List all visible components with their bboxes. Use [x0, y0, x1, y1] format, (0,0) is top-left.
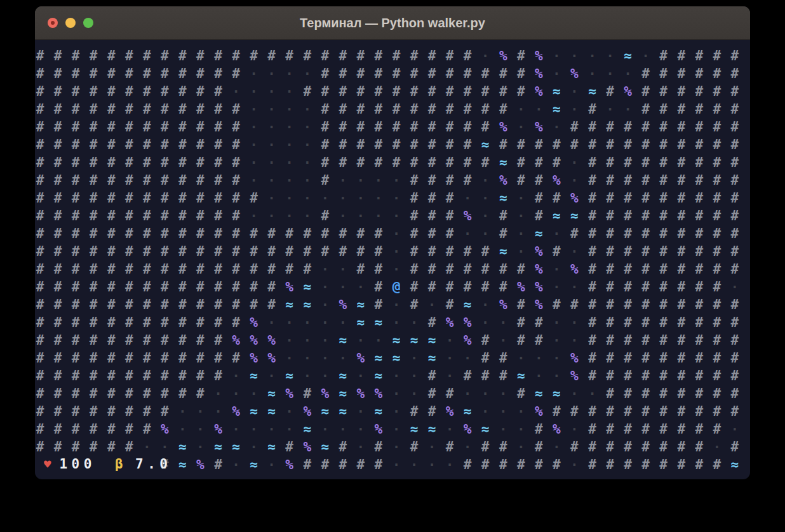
map-cell: #	[547, 402, 565, 420]
map-cell: %	[565, 189, 583, 207]
map-cell: .	[334, 204, 352, 222]
map-cell: #	[530, 189, 547, 207]
map-cell: #	[138, 331, 156, 349]
map-cell: #	[49, 136, 67, 154]
map-cell: #	[84, 385, 102, 402]
map-cell: .	[512, 346, 530, 364]
map-cell: #	[583, 189, 601, 207]
map-cell: #	[156, 154, 173, 171]
hp-value: 100	[59, 456, 95, 472]
map-cell: #	[49, 296, 67, 314]
map-cell: .	[459, 346, 476, 364]
map-cell: #	[405, 171, 423, 189]
map-cell: #	[35, 83, 49, 100]
map-cell: #	[726, 118, 744, 136]
map-cell: %	[263, 331, 281, 349]
map-cell: .	[299, 310, 316, 328]
map-cell: #	[156, 189, 173, 207]
map-cell: #	[334, 225, 352, 243]
map-cell: .	[245, 204, 263, 222]
map-cell: #	[227, 260, 245, 278]
map-cell: #	[35, 189, 49, 207]
map-cell: .	[387, 417, 405, 435]
map-cell: #	[156, 225, 173, 243]
map-cell: #	[637, 296, 655, 314]
map-cell: #	[726, 385, 744, 402]
map-cell: #	[67, 296, 84, 314]
map-cell: .	[352, 328, 370, 346]
map-cell: .	[370, 204, 387, 222]
map-cell: .	[512, 204, 530, 222]
map-cell: #	[441, 243, 459, 260]
map-cell: #	[441, 260, 459, 278]
map-cell: .	[565, 453, 583, 470]
map-cell: #	[102, 207, 120, 225]
map-cell: #	[459, 278, 476, 296]
map-cell: #	[370, 278, 387, 296]
map-cell: #	[441, 207, 459, 225]
map-cell: #	[67, 136, 84, 154]
map-cell: #	[494, 65, 512, 83]
map-cell: #	[334, 100, 352, 118]
map-cell: .	[316, 346, 334, 364]
map-cell: .	[547, 275, 565, 293]
map-cell: #	[673, 278, 690, 296]
map-cell: #	[352, 225, 370, 243]
map-cell: .	[583, 382, 601, 399]
map-cell: #	[726, 296, 744, 314]
minimize-button[interactable]	[65, 18, 76, 28]
title-bar[interactable]: Терминал — Python walker.py	[35, 6, 750, 40]
map-cell: .	[352, 364, 370, 382]
close-button[interactable]	[48, 18, 58, 28]
map-cell: #	[35, 136, 49, 154]
map-cell: .	[191, 399, 209, 417]
map-cell: .	[547, 222, 565, 239]
map-cell: #	[49, 83, 67, 100]
map-cell: #	[84, 189, 102, 207]
map-cell: #	[299, 385, 316, 402]
map-cell: #	[102, 367, 120, 385]
map-cell: #	[512, 136, 530, 154]
map-cell: .	[441, 328, 459, 346]
map-cell: #	[601, 154, 619, 171]
map-cell: ≈	[316, 438, 334, 456]
map-cell: #	[690, 100, 708, 118]
terminal-map[interactable]: #########################.%#%....≈.#####…	[35, 47, 750, 474]
map-cell: #	[655, 154, 673, 171]
map-cell: .	[619, 62, 637, 79]
map-cell: #	[530, 314, 547, 331]
map-cell: .	[316, 364, 334, 382]
map-cell: #	[209, 154, 227, 171]
map-cell: #	[476, 83, 494, 100]
map-cell: .	[299, 62, 316, 79]
map-cell: #	[459, 83, 476, 100]
map-cell: .	[387, 382, 405, 399]
map-cell: #	[476, 118, 494, 136]
map-cell: #	[637, 225, 655, 243]
map-cell: #	[67, 385, 84, 402]
map-cell: #	[530, 207, 547, 225]
map-cell: #	[281, 260, 299, 278]
map-cell: #	[49, 260, 67, 278]
map-cell: #	[673, 243, 690, 260]
map-cell: #	[441, 225, 459, 243]
map-cell: .	[547, 364, 565, 382]
map-cell: %	[299, 402, 316, 420]
zoom-button[interactable]	[83, 18, 93, 28]
map-cell: #	[120, 331, 138, 349]
map-cell: .	[547, 310, 565, 328]
map-cell: #	[423, 207, 441, 225]
map-cell: #	[84, 207, 102, 225]
heart-icon: ♥	[44, 457, 51, 471]
map-row: #########################.%#%....≈.#####	[35, 47, 750, 65]
map-cell: #	[209, 314, 227, 331]
map-cell: #	[191, 296, 209, 314]
map-cell: #	[441, 83, 459, 100]
map-cell: #	[84, 83, 102, 100]
map-cell: #	[191, 349, 209, 367]
map-cell: %	[281, 278, 299, 296]
map-cell: #	[245, 225, 263, 243]
map-cell: #	[690, 456, 708, 474]
map-cell: #	[209, 243, 227, 260]
map-cell: .	[459, 222, 476, 239]
